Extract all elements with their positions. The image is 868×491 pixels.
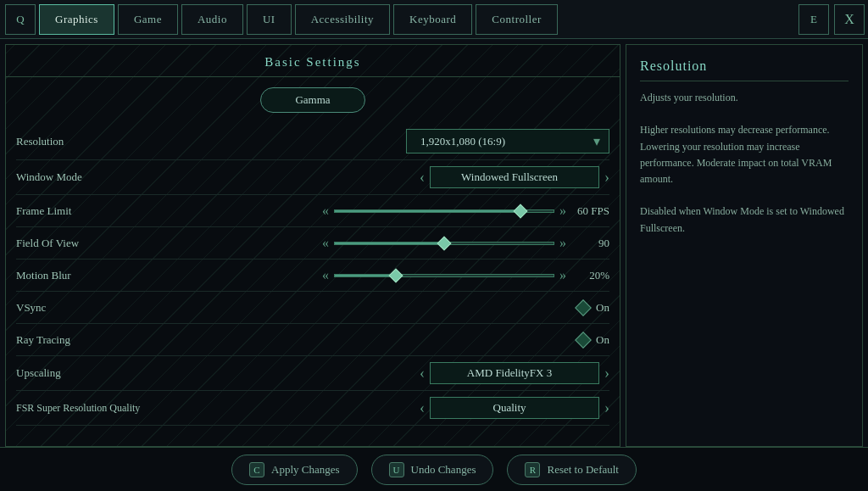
gamma-button[interactable]: Gamma: [260, 87, 364, 113]
toggle-diamond-rt: [575, 332, 592, 349]
undo-label: Undo Changes: [411, 463, 476, 477]
label-frame-limit: Frame Limit: [16, 204, 169, 218]
control-window-mode: Windowed Fullscreen: [169, 166, 609, 188]
undo-changes-button[interactable]: U Undo Changes: [371, 455, 494, 485]
chevron-down-icon: [593, 133, 600, 149]
control-frame-limit: 60 FPS: [169, 204, 609, 218]
info-title: Resolution: [640, 59, 849, 81]
control-upscaling: AMD FidelityFX 3: [169, 362, 609, 384]
fov-slider: 90: [322, 237, 609, 250]
label-fsr: FSR Super Resolution Quality: [16, 402, 203, 415]
label-upscaling: Upscaling: [16, 366, 169, 380]
control-ray-tracing: On: [169, 333, 609, 347]
apply-changes-button[interactable]: C Apply Changes: [231, 455, 358, 485]
apply-key: C: [249, 462, 264, 477]
tab-accessibility[interactable]: Accessibility: [295, 4, 390, 35]
bottom-bar: C Apply Changes U Undo Changes R Reset t…: [0, 447, 868, 491]
chevron-left-icon-fsr[interactable]: [420, 400, 425, 416]
chevron-right-icon-fsr[interactable]: [604, 400, 609, 416]
setting-row-motion-blur: Motion Blur 20%: [16, 259, 609, 292]
fov-value: 90: [571, 237, 609, 250]
ray-tracing-toggle[interactable]: On: [577, 333, 609, 347]
slider-track-fov[interactable]: [334, 242, 554, 245]
setting-row-fsr: FSR Super Resolution Quality Quality: [16, 391, 609, 426]
setting-row-frame-limit: Frame Limit 60 FPS: [16, 195, 609, 227]
apply-label: Apply Changes: [271, 463, 340, 477]
slider-thumb-fov[interactable]: [437, 236, 452, 250]
tab-game[interactable]: Game: [118, 4, 178, 35]
double-arrow-right-icon-fov[interactable]: [559, 237, 566, 250]
setting-row-upscaling: Upscaling AMD FidelityFX 3: [16, 356, 609, 391]
gamma-row: Gamma: [6, 77, 620, 123]
setting-row-fov: Field Of View 90: [16, 227, 609, 259]
nav-icon-right[interactable]: E: [798, 4, 829, 35]
double-arrow-left-icon-fov[interactable]: [322, 237, 329, 250]
left-panel: Basic Settings Gamma Resolution 1,920x1,…: [5, 44, 620, 447]
setting-row-vsync: VSync On: [16, 292, 609, 324]
toggle-diamond-vsync: [575, 299, 592, 316]
reset-key: R: [525, 462, 540, 477]
fsr-selector: Quality: [420, 397, 609, 419]
close-button[interactable]: X: [834, 4, 865, 35]
chevron-left-icon[interactable]: [420, 170, 425, 185]
tab-graphics[interactable]: Graphics: [39, 4, 114, 35]
control-fov: 90: [169, 237, 609, 250]
frame-limit-slider: 60 FPS: [322, 204, 609, 218]
frame-limit-value: 60 FPS: [571, 204, 609, 218]
ray-tracing-value: On: [596, 333, 609, 347]
double-arrow-right-icon-mb[interactable]: [559, 269, 566, 282]
slider-thumb-frame-limit[interactable]: [514, 204, 528, 218]
tab-keyboard[interactable]: Keyboard: [393, 4, 472, 35]
vsync-value: On: [596, 301, 609, 315]
control-fsr: Quality: [203, 397, 609, 419]
double-arrow-left-icon-mb[interactable]: [322, 269, 329, 282]
motion-blur-slider: 20%: [322, 269, 609, 282]
undo-key: U: [389, 462, 404, 477]
right-panel: Resolution Adjusts your resolution. High…: [626, 44, 863, 447]
setting-row-window-mode: Window Mode Windowed Fullscreen: [16, 160, 609, 195]
slider-fill-motion-blur: [335, 275, 396, 276]
reset-default-button[interactable]: R Reset to Default: [507, 455, 636, 485]
slider-fill-fov: [335, 243, 444, 244]
setting-row-resolution: Resolution 1,920x1,080 (16:9): [16, 123, 609, 160]
control-motion-blur: 20%: [169, 269, 609, 282]
double-arrow-left-icon[interactable]: [322, 204, 329, 218]
label-fov: Field Of View: [16, 237, 169, 250]
resolution-dropdown[interactable]: 1,920x1,080 (16:9): [406, 129, 609, 153]
setting-row-ray-tracing: Ray Tracing On: [16, 324, 609, 356]
fsr-value[interactable]: Quality: [430, 397, 599, 419]
nav-icon-left[interactable]: Q: [5, 4, 36, 35]
main-content: Basic Settings Gamma Resolution 1,920x1,…: [0, 39, 868, 447]
control-resolution: 1,920x1,080 (16:9): [169, 129, 609, 153]
top-nav: Q Graphics Game Audio UI Accessibility K…: [0, 0, 868, 39]
window-mode-value[interactable]: Windowed Fullscreen: [430, 166, 599, 188]
label-ray-tracing: Ray Tracing: [16, 333, 169, 347]
chevron-right-icon-up[interactable]: [604, 365, 609, 381]
label-resolution: Resolution: [16, 135, 169, 148]
tab-audio[interactable]: Audio: [181, 4, 243, 35]
tab-ui[interactable]: UI: [247, 4, 292, 35]
slider-track-motion-blur[interactable]: [334, 274, 554, 277]
control-vsync: On: [169, 301, 609, 315]
motion-blur-value: 20%: [571, 269, 609, 282]
slider-track-frame-limit[interactable]: [334, 209, 554, 213]
tab-controller[interactable]: Controller: [476, 4, 557, 35]
panel-title: Basic Settings: [6, 45, 620, 77]
label-vsync: VSync: [16, 301, 169, 315]
chevron-left-icon-up[interactable]: [420, 365, 425, 381]
chevron-right-icon[interactable]: [604, 170, 609, 185]
settings-area: Resolution 1,920x1,080 (16:9) Window Mod…: [6, 123, 620, 426]
reset-label: Reset to Default: [547, 463, 618, 477]
slider-fill-frame-limit: [335, 210, 520, 212]
label-motion-blur: Motion Blur: [16, 269, 169, 282]
vsync-toggle[interactable]: On: [577, 301, 609, 315]
double-arrow-right-icon[interactable]: [559, 204, 566, 218]
label-window-mode: Window Mode: [16, 170, 169, 184]
upscaling-value[interactable]: AMD FidelityFX 3: [430, 362, 599, 384]
info-text: Adjusts your resolution. Higher resoluti…: [640, 90, 849, 237]
slider-thumb-motion-blur[interactable]: [389, 268, 403, 282]
window-mode-selector: Windowed Fullscreen: [420, 166, 609, 188]
resolution-value: 1,920x1,080 (16:9): [420, 135, 593, 148]
upscaling-selector: AMD FidelityFX 3: [420, 362, 609, 384]
